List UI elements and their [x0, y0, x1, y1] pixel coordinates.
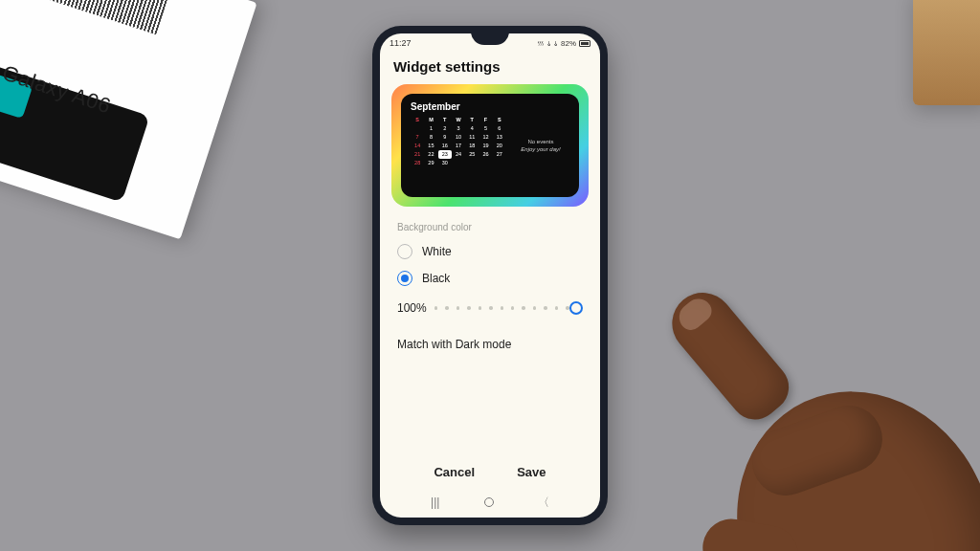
action-bar: Cancel Save — [380, 455, 600, 491]
calendar-preview: September SMTWTFS 1234567891011121314151… — [411, 101, 506, 189]
status-time: 11:27 — [390, 38, 412, 48]
calendar-date-cell: 7 — [411, 133, 424, 142]
calendar-date-cell — [452, 159, 465, 167]
calendar-date-cell: 22 — [424, 150, 437, 159]
bg-color-option-black[interactable]: Black — [380, 265, 600, 292]
opacity-slider-row: 100% — [380, 292, 600, 326]
signal-icon: ⫰ — [554, 39, 558, 48]
calendar-date-cell — [479, 159, 492, 167]
calendar-day-header: S — [411, 116, 424, 124]
widget-preview-background: September SMTWTFS 1234567891011121314151… — [391, 84, 589, 207]
no-events-sublabel: Enjoy your day! — [521, 145, 560, 153]
calendar-date-cell: 21 — [411, 150, 424, 159]
match-dark-mode-label: Match with Dark mode — [397, 338, 511, 351]
radio-white-label: White — [422, 245, 452, 258]
radio-black[interactable] — [397, 271, 412, 286]
system-nav-bar: ||| 〈 — [380, 491, 600, 518]
no-events-label: No events — [527, 138, 553, 145]
battery-pct: 82% — [561, 39, 576, 48]
calendar-date-cell: 20 — [493, 142, 506, 150]
slider-thumb[interactable] — [569, 301, 583, 315]
calendar-date-cell: 13 — [493, 133, 506, 142]
save-button[interactable]: Save — [517, 465, 546, 479]
calendar-date-cell: 24 — [452, 150, 465, 159]
barcode — [29, 0, 173, 34]
calendar-grid: SMTWTFS 12345678910111213141516171819202… — [411, 116, 506, 167]
calendar-day-header: T — [465, 116, 479, 124]
calendar-date-cell: 27 — [493, 150, 506, 159]
calendar-date-cell: 8 — [424, 133, 437, 142]
calendar-date-cell: 25 — [465, 150, 479, 159]
calendar-date-cell: 11 — [465, 133, 479, 142]
calendar-date-cell: 2 — [438, 124, 452, 133]
calendar-date-cell: 3 — [452, 124, 465, 133]
calendar-date-cell — [411, 124, 424, 133]
calendar-date-cell: 14 — [411, 142, 424, 150]
page-title: Widget settings — [380, 53, 600, 84]
calendar-month-label: September — [411, 101, 506, 112]
calendar-date-cell: 9 — [438, 133, 452, 142]
calendar-date-cell — [493, 159, 506, 167]
calendar-date-cell: 26 — [479, 150, 492, 159]
battery-icon — [579, 40, 590, 47]
calendar-date-cell: 4 — [465, 124, 479, 133]
calendar-date-cell: 15 — [424, 142, 437, 150]
calendar-date-cell: 23 — [438, 150, 452, 159]
calendar-day-header: W — [452, 116, 465, 124]
hand — [607, 274, 951, 551]
background-color-section-label: Background color — [380, 218, 600, 238]
calendar-date-cell: 10 — [452, 133, 465, 142]
calendar-date-cell: 16 — [438, 142, 452, 150]
radio-black-label: Black — [422, 272, 450, 285]
opacity-value-label: 100% — [397, 301, 427, 315]
signal-icon: ⫰ — [547, 39, 551, 48]
calendar-day-header: T — [438, 116, 452, 124]
calendar-day-header: S — [493, 116, 506, 124]
calendar-day-header: M — [424, 116, 437, 124]
wifi-icon: ᯾ — [537, 39, 545, 48]
slider-ticks — [434, 306, 569, 310]
bg-color-option-white[interactable]: White — [380, 238, 600, 265]
product-box: Galaxy A06 — [0, 0, 257, 239]
calendar-events-pane: No events Enjoy your day! — [512, 101, 569, 189]
calendar-date-cell: 19 — [479, 142, 492, 150]
home-button[interactable] — [484, 497, 494, 507]
phone-device: 11:27 ᯾ ⫰ ⫰ 82% Widget settings Septembe… — [372, 26, 608, 525]
recents-button[interactable]: ||| — [431, 496, 439, 509]
back-button[interactable]: 〈 — [538, 495, 549, 511]
widget-preview-card: September SMTWTFS 1234567891011121314151… — [401, 94, 579, 197]
calendar-day-header: F — [479, 116, 492, 124]
desk-prop — [913, 0, 980, 105]
calendar-date-cell: 30 — [438, 159, 452, 167]
calendar-date-cell: 18 — [465, 142, 479, 150]
radio-white[interactable] — [397, 244, 412, 259]
calendar-date-cell: 28 — [411, 159, 424, 167]
cancel-button[interactable]: Cancel — [434, 465, 475, 479]
opacity-slider[interactable] — [434, 302, 583, 314]
bottom-bar: Cancel Save ||| 〈 — [380, 455, 600, 518]
calendar-date-cell: 6 — [493, 124, 506, 133]
calendar-date-cell: 17 — [452, 142, 465, 150]
calendar-date-cell: 1 — [424, 124, 437, 133]
calendar-date-cell: 5 — [479, 124, 492, 133]
calendar-date-cell — [465, 159, 479, 167]
screen: 11:27 ᯾ ⫰ ⫰ 82% Widget settings Septembe… — [380, 33, 600, 518]
match-dark-mode-row[interactable]: Match with Dark mode — [380, 326, 600, 363]
status-icons: ᯾ ⫰ ⫰ 82% — [537, 39, 590, 48]
calendar-date-cell: 12 — [479, 133, 492, 142]
calendar-date-cell: 29 — [424, 159, 437, 167]
